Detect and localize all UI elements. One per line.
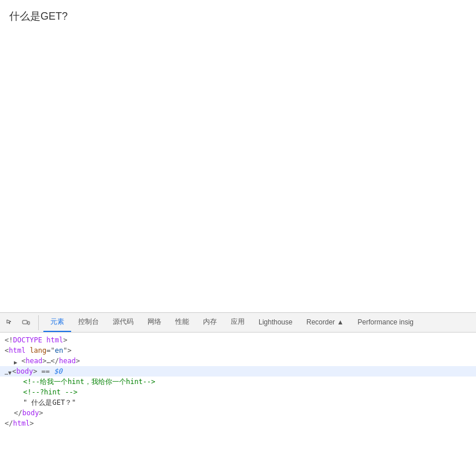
devtools-source: <!DOCTYPE html> <html lang="en"> ▶ <head… [0, 333, 476, 454]
device-toolbar-icon[interactable] [19, 315, 34, 330]
devtools-panel: 元素 控制台 源代码 网络 性能 内存 应用 Lighthouse Record… [0, 312, 476, 454]
page-content: 什么是GET? [0, 0, 476, 312]
tab-network[interactable]: 网络 [141, 313, 168, 332]
source-line-body-close[interactable]: </body> [0, 408, 476, 418]
source-line-head[interactable]: ▶ <head>…</head> [0, 356, 476, 366]
source-line-body[interactable]: …▼ <body> == $0 [0, 366, 476, 377]
tab-performance-insights[interactable]: Performance insig [350, 313, 420, 332]
tab-lighthouse[interactable]: Lighthouse [252, 313, 300, 332]
toolbar-icons [2, 315, 39, 330]
tab-sources[interactable]: 源代码 [106, 313, 141, 332]
source-line-doctype[interactable]: <!DOCTYPE html> [0, 335, 476, 345]
inspect-element-icon[interactable] [2, 315, 17, 330]
source-line-comment1[interactable]: <!--给我一个hint，我给你一个hint--> [0, 377, 476, 387]
expand-head-arrow[interactable]: ▶ [14, 357, 21, 364]
devtools-toolbar: 元素 控制台 源代码 网络 性能 内存 应用 Lighthouse Record… [0, 313, 476, 333]
page-heading: 什么是GET? [9, 9, 467, 23]
source-line-html[interactable]: <html lang="en"> [0, 345, 476, 356]
expand-body-arrow[interactable]: …▼ [5, 368, 12, 375]
source-line-html-close[interactable]: </html> [0, 418, 476, 429]
tab-performance[interactable]: 性能 [168, 313, 196, 332]
svg-rect-0 [23, 320, 27, 324]
tab-memory[interactable]: 内存 [196, 313, 224, 332]
tab-console[interactable]: 控制台 [71, 313, 106, 332]
source-line-comment2[interactable]: <!--?hint --> [0, 387, 476, 397]
devtools-tabs: 元素 控制台 源代码 网络 性能 内存 应用 Lighthouse Record… [43, 313, 420, 332]
tab-elements[interactable]: 元素 [43, 313, 71, 332]
svg-rect-1 [28, 322, 29, 324]
tab-recorder[interactable]: Recorder ▲ [300, 313, 351, 332]
source-line-text[interactable]: " 什么是GET？" [0, 397, 476, 408]
tab-application[interactable]: 应用 [224, 313, 252, 332]
